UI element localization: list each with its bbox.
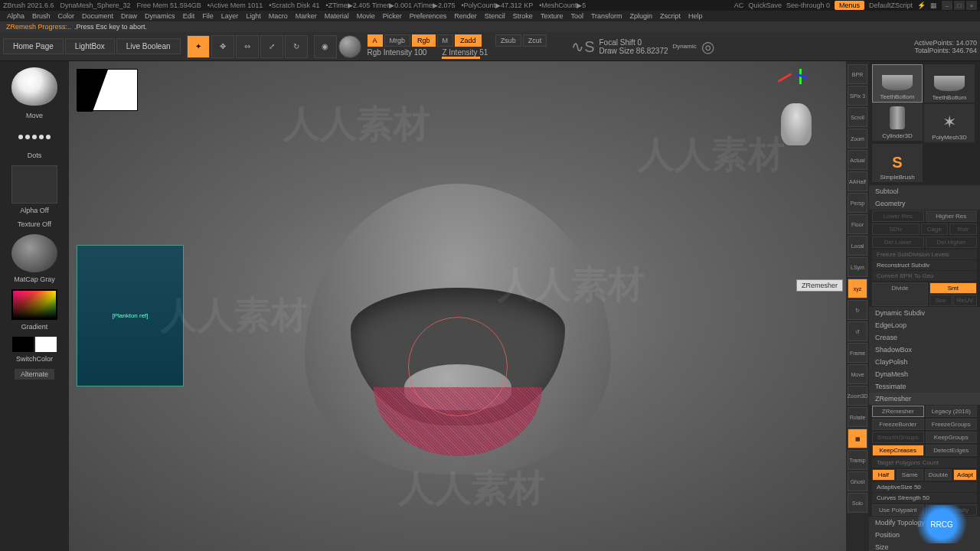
lower-res-button[interactable]: Lower Res (872, 210, 924, 222)
close-button[interactable]: × (966, 1, 977, 10)
color-picker[interactable] (11, 289, 57, 320)
freeze-groups-button[interactable]: FreezeGroups (926, 419, 978, 430)
stroke-preview[interactable] (11, 126, 57, 148)
target-poly-slider[interactable]: Target Polygons Count (872, 458, 977, 468)
legacy-button[interactable]: Legacy (2018) (926, 406, 978, 417)
draw-mode-button[interactable]: ✦ (187, 35, 210, 58)
cw-button[interactable]: ↻ (848, 300, 867, 320)
tool-thumb-cylinder[interactable]: Cylinder3D (872, 103, 923, 141)
persp-button[interactable]: Persp (848, 193, 867, 213)
solo-button[interactable]: Solo (848, 493, 867, 513)
menu-color[interactable]: Color (54, 12, 79, 20)
menu-texture[interactable]: Texture (537, 12, 567, 20)
menu-macro[interactable]: Macro (265, 12, 292, 20)
rgb-button[interactable]: Rgb (412, 34, 436, 47)
alpha-preview[interactable] (11, 165, 57, 204)
curves-strength-slider[interactable]: Curves Strength 50 (872, 493, 977, 503)
actual-button[interactable]: Actual (848, 150, 867, 170)
tessimate-header[interactable]: Tessimate (869, 380, 980, 393)
menu-alpha[interactable]: Alpha (3, 12, 28, 20)
scale-button[interactable]: ⤢ (260, 35, 283, 58)
menu-tool[interactable]: Tool (567, 12, 587, 20)
ccw-button[interactable]: ↺ (848, 321, 867, 341)
aahalf-button[interactable]: AAHalf (848, 171, 867, 191)
circle-size-icon[interactable]: ◎ (701, 37, 714, 56)
z-intensity-slider[interactable]: Z Intensity 51 (442, 48, 488, 57)
menu-marker[interactable]: Marker (292, 12, 321, 20)
rgb-intensity-slider[interactable]: Rgb Intensity 100 (368, 48, 427, 59)
alternate-button[interactable]: Alternate (15, 369, 54, 380)
quicksave-button[interactable]: QuickSave (748, 2, 782, 9)
freeze-border-button[interactable]: FreezeBorder (872, 419, 924, 430)
menu-picker[interactable]: Picker (379, 12, 406, 20)
color-swatch-white[interactable] (35, 337, 57, 352)
menu-transform[interactable]: Transform (587, 12, 626, 20)
same-button[interactable]: Same (897, 469, 923, 481)
menu-light[interactable]: Light (242, 12, 265, 20)
nav-rotate-button[interactable]: Rotate (848, 407, 867, 427)
menu-render[interactable]: Render (450, 12, 481, 20)
reference-image[interactable]: [Plankton ref] (77, 245, 184, 386)
polyframe-button[interactable]: ▦ (848, 429, 867, 448)
del-higher-button[interactable]: Del Higher (926, 236, 978, 248)
menu-movie[interactable]: Movie (353, 12, 379, 20)
menu-stroke[interactable]: Stroke (509, 12, 537, 20)
move-mode-button[interactable]: ✥ (211, 35, 234, 58)
position-header[interactable]: Position (869, 529, 980, 541)
menu-zplugin[interactable]: Zplugin (626, 12, 657, 20)
crease-header[interactable]: Crease (869, 331, 980, 344)
smt-toggle[interactable]: Smt (929, 282, 978, 294)
menu-zscript[interactable]: Zscript (656, 12, 684, 20)
higher-res-button[interactable]: Higher Res (926, 210, 978, 222)
adaptive-size-slider[interactable]: AdaptiveSize 50 (872, 482, 977, 492)
keep-creases-toggle[interactable]: KeepCreases (872, 445, 924, 456)
gizmo-button[interactable]: ◉ (314, 35, 337, 58)
edgeloop-header[interactable]: EdgeLoop (869, 319, 980, 331)
frame-button[interactable]: Frame (848, 343, 867, 363)
dynamic-label[interactable]: Dynamic (673, 43, 697, 50)
shadowbox-header[interactable]: ShadowBox (869, 344, 980, 356)
geometry-header[interactable]: Geometry (869, 197, 980, 210)
menu-document[interactable]: Document (78, 12, 117, 20)
zoom3d-button[interactable]: Zoom3D (848, 386, 867, 406)
switchcolor-label[interactable]: SwitchColor (16, 355, 53, 363)
local-button[interactable]: Local (848, 236, 867, 256)
spix-button[interactable]: SPix 3 (848, 86, 867, 106)
dynamic-subdiv-header[interactable]: Dynamic Subdiv (869, 307, 980, 319)
m-button[interactable]: M (437, 34, 454, 47)
axis-gizmo[interactable] (777, 69, 808, 99)
del-lower-button[interactable]: Del Lower (872, 236, 924, 248)
ghost-button[interactable]: Ghost (848, 471, 867, 491)
rstr-button[interactable]: Rstr (949, 223, 977, 235)
detect-edges-button[interactable]: DetectEdges (926, 445, 978, 456)
freeze-subdiv-button[interactable]: Freeze SubDivision Levels (872, 249, 977, 259)
half-button[interactable]: Half (872, 469, 895, 481)
tool-thumb-polymesh[interactable]: ✶ PolyMesh3D (924, 104, 975, 142)
lightbox-button[interactable]: LightBox (65, 38, 115, 54)
menu-dynamics[interactable]: Dynamics (141, 12, 179, 20)
dynamesh-header[interactable]: DynaMesh (869, 368, 980, 380)
zremesher-button[interactable]: ZRemesher (872, 406, 924, 417)
menu-preferences[interactable]: Preferences (406, 12, 451, 20)
menu-material[interactable]: Material (321, 12, 353, 20)
menu-layer[interactable]: Layer (217, 12, 243, 20)
keep-groups-button[interactable]: KeepGroups (926, 432, 978, 443)
material-preview[interactable] (11, 234, 57, 272)
live-boolean-button[interactable]: Live Boolean (116, 38, 181, 54)
s-curve-icon[interactable]: ∿S (571, 37, 594, 56)
nav-move-button[interactable]: Move (848, 364, 867, 384)
modify-topology-header[interactable]: Modify Topology (869, 517, 980, 529)
tool-thumb-teethbottom-2[interactable]: TeethBottom (924, 64, 975, 103)
subtool-header[interactable]: Subtool (869, 185, 980, 197)
cage-button[interactable]: Cage (921, 223, 949, 235)
seethrough-slider[interactable]: See-through 0 (786, 2, 830, 9)
zoom-button[interactable]: Zoom (848, 129, 867, 148)
color-density-button[interactable]: ColorDensity (926, 504, 978, 516)
menu-brush[interactable]: Brush (28, 12, 54, 20)
suv-button[interactable]: Suv (929, 295, 952, 306)
bpr-button[interactable]: BPR (848, 64, 867, 84)
scroll-button[interactable]: Scroll (848, 107, 867, 127)
menus-toggle[interactable]: Menus (835, 1, 864, 10)
reuv-button[interactable]: ReUV (953, 295, 977, 306)
xyz-button[interactable]: xyz (848, 279, 867, 298)
